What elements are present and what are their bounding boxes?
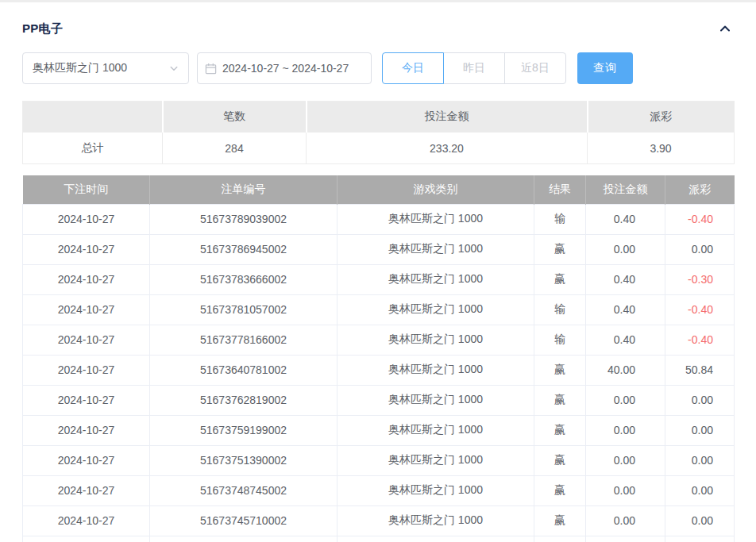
filter-row: 奥林匹斯之门 1000 2024-10-27 ~ 2024-10-27 今日 昨… — [22, 52, 734, 84]
cell-payout: 0.00 — [665, 415, 735, 445]
cell-result: 输 — [534, 325, 586, 355]
cell-payout: -0.40 — [665, 325, 735, 355]
table-row: 2024-10-2751673783666002奥林匹斯之门 1000赢0.40… — [23, 264, 735, 294]
records-table: 下注时间 注单编号 游戏类别 结果 投注金额 派彩 2024-10-275167… — [22, 175, 735, 542]
cell-bet-id: 51673640781002 — [150, 355, 338, 385]
cell-empty — [338, 536, 534, 542]
cell-payout: 0.00 — [665, 475, 735, 505]
cell-result: 输 — [534, 204, 586, 234]
search-button[interactable]: 查询 — [577, 52, 633, 84]
cell-game-type: 奥林匹斯之门 1000 — [338, 264, 534, 294]
collapse-chevron-up-icon[interactable] — [716, 20, 734, 37]
table-row: 2024-10-2751673759199002奥林匹斯之门 1000赢0.00… — [23, 415, 735, 445]
cell-bet-amount: 0.00 — [586, 505, 665, 536]
cell-bet-time: 2024-10-27 — [23, 325, 150, 355]
cell-game-type: 奥林匹斯之门 1000 — [338, 204, 534, 234]
column-header-result: 结果 — [534, 175, 586, 204]
cell-bet-time: 2024-10-27 — [23, 234, 150, 264]
pp-electronics-panel: PP电子 奥林匹斯之门 1000 — [0, 2, 756, 542]
cell-game-type: 奥林匹斯之门 1000 — [338, 294, 534, 325]
cell-bet-id: 51673745710002 — [150, 505, 338, 536]
cell-result: 赢 — [534, 234, 586, 264]
records-header-row: 下注时间 注单编号 游戏类别 结果 投注金额 派彩 — [23, 175, 735, 204]
table-row: 2024-10-2751673640781002奥林匹斯之门 1000赢40.0… — [23, 355, 735, 385]
table-row: 2024-10-2751673751390002奥林匹斯之门 1000赢0.00… — [23, 445, 735, 475]
summary-table: 笔数 投注金额 派彩 总计 284 233.20 3.90 — [22, 101, 735, 164]
cell-payout: 0.00 — [665, 234, 735, 264]
cell-game-type: 奥林匹斯之门 1000 — [338, 415, 534, 445]
column-header-payout: 派彩 — [665, 175, 735, 204]
cell-result: 输 — [534, 294, 586, 325]
cell-game-type: 奥林匹斯之门 1000 — [338, 355, 534, 385]
cell-payout: -0.30 — [665, 264, 735, 294]
date-range-value: 2024-10-27 ~ 2024-10-27 — [222, 62, 349, 75]
cell-bet-amount: 0.00 — [586, 385, 665, 415]
chevron-down-icon — [169, 63, 179, 73]
cell-bet-time: 2024-10-27 — [23, 505, 150, 536]
cell-bet-time: 2024-10-27 — [23, 475, 150, 505]
today-button[interactable]: 今日 — [382, 52, 444, 84]
cell-game-type: 奥林匹斯之门 1000 — [338, 475, 534, 505]
records-tbody: 2024-10-2751673789039002奥林匹斯之门 1000输0.40… — [23, 204, 735, 542]
summary-header-payout: 派彩 — [588, 102, 735, 133]
cell-result: 赢 — [534, 264, 586, 294]
cell-bet-id: 51673786945002 — [150, 234, 338, 264]
cell-result: 赢 — [534, 355, 586, 385]
yesterday-button[interactable]: 昨日 — [443, 52, 505, 84]
cell-bet-id: 51673748745002 — [150, 475, 338, 505]
table-row: 2024-10-2751673789039002奥林匹斯之门 1000输0.40… — [23, 204, 735, 234]
cell-bet-amount: 0.40 — [586, 204, 665, 234]
summary-total-row: 总计 284 233.20 3.90 — [23, 133, 735, 164]
calendar-icon — [205, 63, 217, 75]
table-row: 2024-10-2751673748745002奥林匹斯之门 1000赢0.00… — [23, 475, 735, 505]
last-8-days-button[interactable]: 近8日 — [504, 52, 566, 84]
cell-bet-time: 2024-10-27 — [23, 445, 150, 475]
cell-bet-id: 51673759199002 — [150, 415, 338, 445]
cell-bet-amount: 0.00 — [586, 415, 665, 445]
summary-total-label: 总计 — [23, 133, 163, 164]
table-row-partial — [23, 536, 735, 542]
cell-bet-time: 2024-10-27 — [23, 355, 150, 385]
column-header-bet-amount: 投注金额 — [586, 175, 665, 204]
cell-game-type: 奥林匹斯之门 1000 — [338, 445, 534, 475]
table-row: 2024-10-2751673786945002奥林匹斯之门 1000赢0.00… — [23, 234, 735, 264]
cell-payout: 0.00 — [665, 505, 735, 536]
cell-bet-amount: 0.40 — [586, 325, 665, 355]
cell-result: 赢 — [534, 445, 586, 475]
table-row: 2024-10-2751673778166002奥林匹斯之门 1000输0.40… — [23, 325, 735, 355]
panel-header: PP电子 — [22, 18, 734, 39]
cell-payout: 0.00 — [665, 385, 735, 415]
summary-header-row: 笔数 投注金额 派彩 — [23, 102, 735, 133]
cell-payout: -0.40 — [665, 204, 735, 234]
cell-payout: -0.40 — [665, 294, 735, 325]
cell-bet-time: 2024-10-27 — [23, 415, 150, 445]
cell-empty — [665, 536, 735, 542]
game-select[interactable]: 奥林匹斯之门 1000 — [22, 52, 189, 84]
cell-result: 赢 — [534, 505, 586, 536]
cell-bet-amount: 0.00 — [586, 234, 665, 264]
cell-bet-amount: 0.40 — [586, 294, 665, 325]
cell-game-type: 奥林匹斯之门 1000 — [338, 325, 534, 355]
table-row: 2024-10-2751673745710002奥林匹斯之门 1000赢0.00… — [23, 505, 735, 536]
cell-bet-time: 2024-10-27 — [23, 204, 150, 234]
column-header-bet-time: 下注时间 — [23, 175, 150, 204]
column-header-game-type: 游戏类别 — [338, 175, 534, 204]
cell-bet-amount: 0.00 — [586, 445, 665, 475]
summary-header-bet-amount: 投注金额 — [307, 102, 588, 133]
cell-bet-id: 51673789039002 — [150, 204, 338, 234]
date-range-input[interactable]: 2024-10-27 ~ 2024-10-27 — [197, 52, 372, 84]
cell-bet-amount: 0.00 — [586, 475, 665, 505]
cell-payout: 50.84 — [665, 355, 735, 385]
summary-total-count: 284 — [163, 133, 307, 164]
quick-date-button-group: 今日 昨日 近8日 — [382, 52, 566, 84]
cell-game-type: 奥林匹斯之门 1000 — [338, 234, 534, 264]
cell-result: 赢 — [534, 385, 586, 415]
cell-bet-id: 51673783666002 — [150, 264, 338, 294]
cell-bet-amount: 0.40 — [586, 264, 665, 294]
summary-header-empty — [23, 102, 163, 133]
cell-payout: 0.00 — [665, 445, 735, 475]
cell-bet-id: 51673751390002 — [150, 445, 338, 475]
summary-total-bet-amount: 233.20 — [307, 133, 588, 164]
cell-bet-id: 51673762819002 — [150, 385, 338, 415]
cell-empty — [23, 536, 150, 542]
